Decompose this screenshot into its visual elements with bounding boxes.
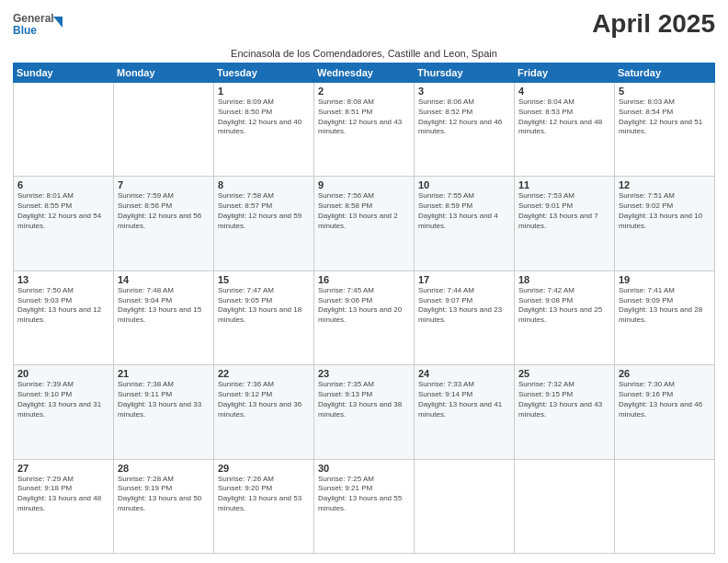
calendar-cell: 10Sunrise: 7:55 AM Sunset: 8:59 PM Dayli…	[415, 177, 515, 270]
day-info: Sunrise: 7:41 AM Sunset: 9:09 PM Dayligh…	[619, 286, 711, 326]
day-number: 16	[318, 274, 410, 285]
day-number: 10	[418, 179, 510, 190]
day-info: Sunrise: 7:33 AM Sunset: 9:14 PM Dayligh…	[418, 380, 510, 419]
day-info: Sunrise: 8:01 AM Sunset: 8:55 PM Dayligh…	[17, 191, 109, 231]
weekday-header-tuesday: Tuesday	[214, 63, 314, 83]
calendar-cell	[615, 459, 715, 553]
calendar-cell: 12Sunrise: 7:51 AM Sunset: 9:02 PM Dayli…	[615, 177, 715, 270]
week-row-1: 1Sunrise: 8:09 AM Sunset: 8:50 PM Daylig…	[14, 83, 715, 177]
day-number: 14	[118, 274, 210, 285]
calendar-cell: 25Sunrise: 7:32 AM Sunset: 9:15 PM Dayli…	[515, 365, 615, 459]
day-number: 1	[218, 86, 310, 97]
day-number: 4	[518, 86, 610, 97]
weekday-header-saturday: Saturday	[615, 63, 715, 83]
day-number: 21	[118, 368, 210, 379]
day-number: 25	[518, 368, 610, 379]
calendar-cell: 13Sunrise: 7:50 AM Sunset: 9:03 PM Dayli…	[14, 270, 114, 364]
day-number: 23	[318, 368, 410, 379]
day-info: Sunrise: 7:59 AM Sunset: 8:56 PM Dayligh…	[118, 191, 210, 231]
calendar-cell	[14, 83, 114, 177]
day-number: 22	[218, 368, 310, 379]
calendar-cell: 27Sunrise: 7:29 AM Sunset: 9:18 PM Dayli…	[14, 459, 114, 553]
day-info: Sunrise: 8:08 AM Sunset: 8:51 PM Dayligh…	[318, 98, 410, 137]
day-number: 5	[619, 86, 711, 97]
calendar-cell	[515, 459, 615, 553]
week-row-2: 6Sunrise: 8:01 AM Sunset: 8:55 PM Daylig…	[14, 177, 715, 270]
svg-marker-2	[53, 17, 63, 28]
logo: General Blue	[13, 9, 63, 44]
day-info: Sunrise: 7:38 AM Sunset: 9:11 PM Dayligh…	[118, 380, 210, 419]
calendar-cell: 24Sunrise: 7:33 AM Sunset: 9:14 PM Dayli…	[415, 365, 515, 459]
day-number: 13	[17, 274, 109, 285]
svg-text:General: General	[13, 12, 54, 25]
day-number: 17	[418, 274, 510, 285]
calendar-cell: 2Sunrise: 8:08 AM Sunset: 8:51 PM Daylig…	[314, 83, 415, 177]
logo-block: General Blue	[13, 9, 63, 44]
calendar-cell: 29Sunrise: 7:26 AM Sunset: 9:20 PM Dayli…	[214, 459, 314, 553]
weekday-header-row: SundayMondayTuesdayWednesdayThursdayFrid…	[14, 63, 715, 83]
calendar-cell: 9Sunrise: 7:56 AM Sunset: 8:58 PM Daylig…	[314, 177, 415, 270]
calendar-cell	[114, 83, 214, 177]
calendar-cell	[415, 459, 515, 553]
title-block: April 2025	[592, 9, 715, 39]
day-number: 20	[17, 368, 109, 379]
day-info: Sunrise: 7:47 AM Sunset: 9:05 PM Dayligh…	[218, 286, 310, 326]
month-title: April 2025	[592, 9, 715, 39]
subtitle: Encinasola de los Comendadores, Castille…	[13, 48, 715, 59]
calendar-cell: 19Sunrise: 7:41 AM Sunset: 9:09 PM Dayli…	[615, 270, 715, 364]
week-row-5: 27Sunrise: 7:29 AM Sunset: 9:18 PM Dayli…	[14, 459, 715, 553]
day-info: Sunrise: 8:06 AM Sunset: 8:52 PM Dayligh…	[418, 98, 510, 137]
day-info: Sunrise: 8:04 AM Sunset: 8:53 PM Dayligh…	[518, 98, 610, 137]
day-info: Sunrise: 7:55 AM Sunset: 8:59 PM Dayligh…	[418, 191, 510, 231]
day-number: 28	[118, 463, 210, 474]
day-number: 7	[118, 179, 210, 190]
day-info: Sunrise: 7:35 AM Sunset: 9:13 PM Dayligh…	[318, 380, 410, 419]
calendar-cell: 23Sunrise: 7:35 AM Sunset: 9:13 PM Dayli…	[314, 365, 415, 459]
day-number: 29	[218, 463, 310, 474]
day-number: 12	[619, 179, 711, 190]
weekday-header-wednesday: Wednesday	[314, 63, 415, 83]
calendar-cell: 26Sunrise: 7:30 AM Sunset: 9:16 PM Dayli…	[615, 365, 715, 459]
calendar-table: SundayMondayTuesdayWednesdayThursdayFrid…	[13, 63, 715, 554]
calendar-cell: 30Sunrise: 7:25 AM Sunset: 9:21 PM Dayli…	[314, 459, 415, 553]
calendar-cell: 21Sunrise: 7:38 AM Sunset: 9:11 PM Dayli…	[114, 365, 214, 459]
calendar-cell: 16Sunrise: 7:45 AM Sunset: 9:06 PM Dayli…	[314, 270, 415, 364]
day-info: Sunrise: 7:28 AM Sunset: 9:19 PM Dayligh…	[118, 475, 210, 514]
weekday-header-sunday: Sunday	[14, 63, 114, 83]
day-info: Sunrise: 7:58 AM Sunset: 8:57 PM Dayligh…	[218, 191, 310, 231]
week-row-3: 13Sunrise: 7:50 AM Sunset: 9:03 PM Dayli…	[14, 270, 715, 364]
day-number: 19	[619, 274, 711, 285]
day-number: 2	[318, 86, 410, 97]
day-info: Sunrise: 7:45 AM Sunset: 9:06 PM Dayligh…	[318, 286, 410, 326]
calendar-cell: 22Sunrise: 7:36 AM Sunset: 9:12 PM Dayli…	[214, 365, 314, 459]
day-info: Sunrise: 7:42 AM Sunset: 9:08 PM Dayligh…	[518, 286, 610, 326]
calendar-cell: 14Sunrise: 7:48 AM Sunset: 9:04 PM Dayli…	[114, 270, 214, 364]
day-number: 24	[418, 368, 510, 379]
day-info: Sunrise: 8:03 AM Sunset: 8:54 PM Dayligh…	[619, 98, 711, 137]
day-info: Sunrise: 7:32 AM Sunset: 9:15 PM Dayligh…	[518, 380, 610, 419]
day-number: 27	[17, 463, 109, 474]
weekday-header-monday: Monday	[114, 63, 214, 83]
day-number: 6	[17, 179, 109, 190]
week-row-4: 20Sunrise: 7:39 AM Sunset: 9:10 PM Dayli…	[14, 365, 715, 459]
day-number: 11	[518, 179, 610, 190]
calendar-cell: 5Sunrise: 8:03 AM Sunset: 8:54 PM Daylig…	[615, 83, 715, 177]
day-number: 18	[518, 274, 610, 285]
header: General Blue April 2025	[13, 9, 715, 44]
day-info: Sunrise: 7:53 AM Sunset: 9:01 PM Dayligh…	[518, 191, 610, 231]
day-number: 3	[418, 86, 510, 97]
page: General Blue April 2025 Encinasola de lo…	[0, 0, 728, 563]
day-info: Sunrise: 8:09 AM Sunset: 8:50 PM Dayligh…	[218, 98, 310, 137]
day-info: Sunrise: 7:25 AM Sunset: 9:21 PM Dayligh…	[318, 475, 410, 514]
day-number: 8	[218, 179, 310, 190]
day-number: 9	[318, 179, 410, 190]
day-number: 30	[318, 463, 410, 474]
day-info: Sunrise: 7:44 AM Sunset: 9:07 PM Dayligh…	[418, 286, 510, 326]
logo-icon: General Blue	[13, 9, 63, 40]
day-info: Sunrise: 7:26 AM Sunset: 9:20 PM Dayligh…	[218, 475, 310, 514]
day-info: Sunrise: 7:56 AM Sunset: 8:58 PM Dayligh…	[318, 191, 410, 231]
calendar-cell: 11Sunrise: 7:53 AM Sunset: 9:01 PM Dayli…	[515, 177, 615, 270]
day-info: Sunrise: 7:29 AM Sunset: 9:18 PM Dayligh…	[17, 475, 109, 514]
calendar-cell: 7Sunrise: 7:59 AM Sunset: 8:56 PM Daylig…	[114, 177, 214, 270]
weekday-header-friday: Friday	[515, 63, 615, 83]
